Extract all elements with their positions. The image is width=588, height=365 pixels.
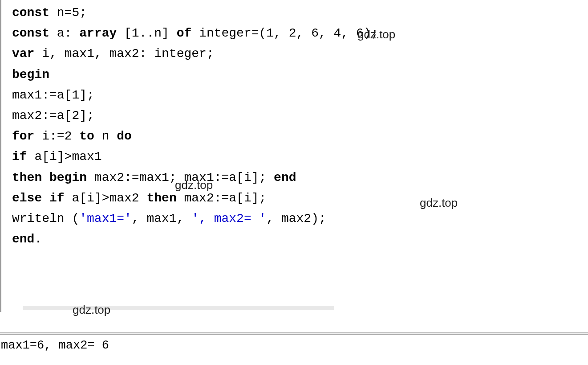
code-line-5: max1:=a[1]; bbox=[12, 85, 588, 106]
code-line-7: for i:=2 to n do bbox=[12, 126, 588, 147]
code-line-10: else if a[i]>max2 then max2:=a[i]; bbox=[12, 188, 588, 209]
code-editor[interactable]: const n=5; const a: array [1..n] of inte… bbox=[0, 0, 588, 312]
keyword-else-if: else if bbox=[12, 191, 65, 205]
code-text: , max2); bbox=[266, 212, 326, 226]
keyword-array: array bbox=[79, 26, 117, 40]
keyword-to: to bbox=[79, 129, 94, 143]
keyword-end: end bbox=[12, 232, 34, 246]
panel-separator bbox=[0, 332, 588, 335]
code-line-2: const a: array [1..n] of integer=(1, 2, … bbox=[12, 23, 588, 44]
keyword-of: of bbox=[177, 26, 192, 40]
keyword-begin: begin bbox=[12, 68, 49, 82]
keyword-then-begin: then begin bbox=[12, 171, 87, 185]
keyword-const: const bbox=[12, 26, 49, 40]
keyword-do: do bbox=[117, 129, 132, 143]
code-line-8: if a[i]>max1 bbox=[12, 147, 588, 167]
code-text: , max1, bbox=[132, 212, 191, 226]
output-panel: max1=6, max2= 6 bbox=[1, 339, 109, 352]
code-text: . bbox=[34, 232, 42, 246]
keyword-if: if bbox=[12, 150, 27, 164]
code-text: [1..n] bbox=[117, 26, 176, 40]
keyword-then: then bbox=[146, 191, 176, 205]
code-text: max2:=a[i]; bbox=[177, 191, 267, 205]
code-text: n bbox=[94, 129, 117, 143]
string-literal: 'max1=' bbox=[79, 212, 132, 226]
code-line-4: begin bbox=[12, 65, 588, 85]
code-text: n=5; bbox=[49, 6, 87, 20]
code-text: a[i]>max2 bbox=[65, 191, 147, 205]
code-line-11: writeln ('max1=', max1, ', max2= ', max2… bbox=[12, 209, 588, 229]
code-text: max2:=max1; max1:=a[i]; bbox=[87, 171, 274, 185]
code-text: writeln ( bbox=[12, 212, 79, 226]
code-text: max1:=a[1]; bbox=[12, 88, 94, 102]
code-text: max2:=a[2]; bbox=[12, 109, 94, 123]
output-text: max1=6, max2= 6 bbox=[1, 339, 109, 352]
code-text: a: bbox=[49, 26, 79, 40]
code-text: integer=(1, 2, 6, 4, 6); bbox=[191, 26, 378, 40]
code-line-12: end. bbox=[12, 229, 588, 250]
code-text: a[i]>max1 bbox=[27, 150, 102, 164]
keyword-end: end bbox=[274, 171, 296, 185]
code-line-3: var i, max1, max2: integer; bbox=[12, 44, 588, 64]
string-literal: ', max2= ' bbox=[191, 212, 266, 226]
code-line-9: then begin max2:=max1; max1:=a[i]; end bbox=[12, 168, 588, 188]
code-line-6: max2:=a[2]; bbox=[12, 106, 588, 126]
horizontal-scrollbar[interactable] bbox=[23, 306, 334, 310]
keyword-const: const bbox=[12, 6, 49, 20]
code-text: i, max1, max2: integer; bbox=[34, 47, 214, 61]
code-line-1: const n=5; bbox=[12, 3, 588, 23]
keyword-var: var bbox=[12, 47, 34, 61]
code-text: i:=2 bbox=[34, 129, 79, 143]
keyword-for: for bbox=[12, 129, 34, 143]
